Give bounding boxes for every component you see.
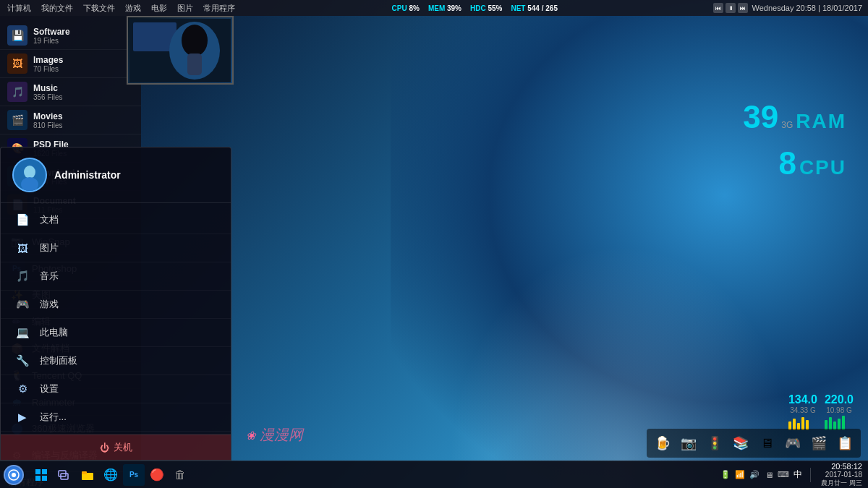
top-menu-movies[interactable]: 电影 [147,1,171,15]
taskbar-taskview[interactable] [54,464,75,486]
menu-games[interactable]: 🎮 游戏 [1,291,231,319]
watermark: ❀ 漫漫网 [246,425,303,445]
svg-point-9 [12,473,16,477]
menu-documents[interactable]: 📄 文档 [1,206,231,234]
top-right: ⏮ ⏸ ⏭ Wednesday 20:58 | 18/01/2017 [707,3,869,13]
desktop-icon-0[interactable]: 🍺 [651,432,674,455]
control-panel-icon: 🔧 [15,354,30,368]
menu-computer[interactable]: 💻 此电脑 [1,319,231,347]
media-next[interactable]: ⏭ [738,3,748,13]
tray-ime[interactable]: 中 [791,468,804,481]
taskbar-time: 20:58:12 [821,462,862,471]
bar10 [842,416,845,430]
hw-widget: 39 3G RAM 8 CPU [743,101,846,179]
taskbar-explorer[interactable] [77,464,98,486]
top-menu-games[interactable]: 游戏 [121,1,145,15]
movies-info: Movies 810 Files [33,111,134,129]
cpu-value: 8 [778,147,796,179]
top-menu-computer[interactable]: 计算机 [3,1,35,15]
sys-tray: 🔋 📶 🔊 🖥 ⌨ 中 [719,468,804,481]
taskbar-red[interactable]: 🔴 [146,464,168,486]
taskbar-ps[interactable]: Ps [123,464,145,486]
music-count: 356 Files [33,93,134,101]
desktop-icons-row: 🍺 📷 🚦 📚 🖥 🎮 🎬 📋 [647,429,861,458]
cat-software[interactable]: 💾 Software 19 Files [0,22,141,50]
svg-rect-17 [82,471,87,474]
svg-rect-13 [42,476,47,481]
top-menu-common[interactable]: 常用程序 [199,1,239,15]
computer-icon: 💻 [15,325,30,340]
shutdown-button[interactable]: ⏻ 关机 [1,435,231,460]
menu-run[interactable]: ▶ 运行... [1,403,231,432]
desktop-icon-2[interactable]: 🚦 [703,432,726,455]
taskbar-bili[interactable]: 🌐 [100,464,122,486]
desktop-icon-5[interactable]: 🎮 [781,432,804,455]
top-datetime: Wednesday 20:58 | 18/01/2017 [752,4,863,12]
tray-display[interactable]: 🖥 [762,468,775,481]
start-button[interactable] [0,461,27,489]
menu-settings[interactable]: ⚙ 设置 [1,375,231,403]
disk-widget: 134.0 34.33 G 220.0 10.98 G [788,393,854,430]
menu-control-panel[interactable]: 🔧 控制面板 [1,347,231,375]
tray-wifi[interactable]: 📶 [733,468,746,481]
software-info: Software 19 Files [33,27,134,45]
taskbar-datetime[interactable]: 20:58:12 2017-01-18 農月廿一 周三 [817,462,862,488]
username: Administrator [54,169,121,181]
cpu-label: CPU [799,156,846,179]
music-menu-label: 音乐 [40,270,59,283]
menu-pictures[interactable]: 🖼 图片 [1,234,231,262]
user-section: Administrator [1,147,231,203]
images-info: Images 70 Files [33,55,134,73]
desktop-icon-6[interactable]: 🎬 [807,432,830,455]
pictures-label: 图片 [40,241,59,254]
settings-icon: ⚙ [15,382,30,396]
top-menu-files[interactable]: 我的文件 [37,1,77,15]
start-circle-icon [4,465,24,485]
documents-label: 文档 [40,213,59,226]
images-icon: 🖼 [7,53,27,74]
taskbar-windows[interactable] [30,464,52,486]
taskbar-trash[interactable]: 🗑 [169,464,191,486]
run-icon: ▶ [15,410,30,424]
run-label: 运行... [40,411,67,424]
cpu-display: 8 CPU [743,147,846,179]
start-menu: Administrator 📄 文档 🖼 图片 🎵 音乐 🎮 游戏 💻 此电脑 … [0,147,231,461]
software-icon: 💾 [7,25,27,46]
top-menu-images[interactable]: 图片 [173,1,197,15]
music-info: Music 356 Files [33,83,134,101]
cpu-stat: CPU 8% [392,4,420,12]
cat-movies[interactable]: 🎬 Movies 810 Files [0,106,141,134]
tray-keyboard[interactable]: ⌨ [777,468,790,481]
svg-rect-12 [35,476,41,481]
music-icon: 🎵 [7,82,27,102]
taskbar-weekday: 農月廿一 周三 [821,479,862,488]
disk1-bars [788,416,817,430]
tray-volume[interactable]: 🔊 [748,468,761,481]
ram-value: 39 [743,101,778,133]
media-pause[interactable]: ⏸ [726,3,736,13]
top-taskbar: 计算机 我的文件 下载文件 游戏 电影 图片 常用程序 CPU 8% MEM 3… [0,0,868,16]
tray-network[interactable]: 🔋 [719,468,732,481]
cat-music[interactable]: 🎵 Music 356 Files [0,78,141,106]
bottom-taskbar: 🌐 Ps 🔴 🗑 🔋 📶 🔊 🖥 ⌨ 中 20:58:12 2017-01-18… [0,461,868,488]
desktop-icon-1[interactable]: 📷 [677,432,700,455]
top-menu-left: 计算机 我的文件 下载文件 游戏 电影 图片 常用程序 [0,1,242,15]
disk2-info: 220.0 10.98 G [825,393,854,430]
svg-rect-10 [35,469,41,474]
music-name: Music [33,83,134,93]
media-prev[interactable]: ⏮ [713,3,723,13]
top-menu-download[interactable]: 下载文件 [79,1,119,15]
movies-name: Movies [33,111,134,121]
taskbar-pinned-icons: 🌐 Ps 🔴 🗑 [27,464,194,486]
cat-images[interactable]: 🖼 Images 70 Files [0,50,141,78]
desktop-icon-3[interactable]: 📚 [729,432,752,455]
avatar-inner [14,159,46,191]
menu-music[interactable]: 🎵 音乐 [1,262,231,291]
mem-stat: MEM 39% [428,4,461,12]
movies-count: 810 Files [33,121,134,129]
taskbar-right: 🔋 📶 🔊 🖥 ⌨ 中 20:58:12 2017-01-18 農月廿一 周三 [713,462,868,488]
desktop-icon-7[interactable]: 📋 [833,432,856,455]
desktop-icon-4[interactable]: 🖥 [755,432,778,455]
disk2-value: 220.0 [825,393,854,406]
net-stat: NET 544 / 265 [511,4,558,12]
